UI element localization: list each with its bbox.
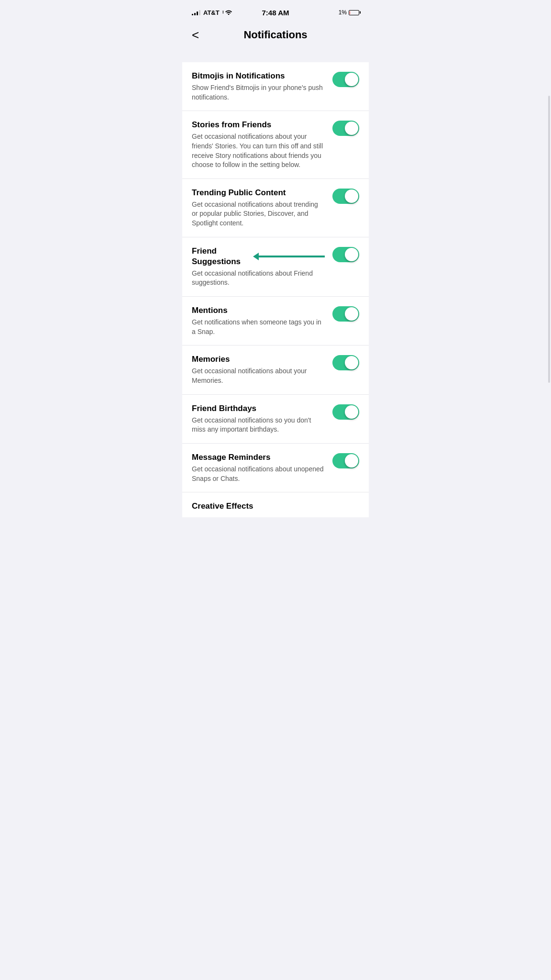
item-title-memories: Memories (192, 354, 325, 365)
toggle-memories[interactable] (332, 355, 359, 370)
toggle-stories[interactable] (332, 121, 359, 136)
item-content-mentions: Mentions Get notifications when someone … (192, 305, 325, 336)
toggle-bitmojis[interactable] (332, 72, 359, 87)
item-title-trending: Trending Public Content (192, 188, 325, 198)
item-title-mentions: Mentions (192, 305, 325, 316)
item-content-trending: Trending Public Content Get occasional n… (192, 188, 325, 228)
status-left: AT&T ᵎ (192, 9, 232, 16)
item-content-message-reminders: Message Reminders Get occasional notific… (192, 452, 325, 483)
item-desc-message-reminders: Get occasional notifications about unope… (192, 465, 325, 483)
item-content-memories: Memories Get occasional notifications ab… (192, 354, 325, 385)
item-desc-memories: Get occasional notifications about your … (192, 367, 325, 385)
toggle-knob-friend-suggestions (345, 248, 358, 261)
toggle-knob-bitmojis (345, 73, 358, 86)
toggle-knob-message-reminders (345, 454, 358, 468)
toggle-knob-friend-birthdays (345, 405, 358, 419)
item-content-stories: Stories from Friends Get occasional noti… (192, 120, 325, 169)
item-content-friend-birthdays: Friend Birthdays Get occasional notifica… (192, 403, 325, 434)
item-desc-mentions: Get notifications when someone tags you … (192, 318, 325, 336)
item-title-message-reminders: Message Reminders (192, 452, 325, 463)
item-title-creative-effects: Creative Effects (192, 501, 359, 512)
toggle-friend-suggestions[interactable] (332, 247, 359, 262)
toggle-trending[interactable] (332, 189, 359, 204)
page-title: Notifications (243, 29, 307, 41)
status-time: 7:48 AM (262, 9, 289, 17)
status-right: 1% (339, 9, 359, 16)
list-item: Trending Public Content Get occasional n… (182, 179, 369, 237)
toggle-knob-mentions (345, 307, 358, 321)
arrow-annotation (258, 256, 325, 257)
item-content-bitmojis: Bitmojis in Notifications Show Friend's … (192, 71, 325, 102)
item-title-friend-suggestions: Friend Suggestions (192, 246, 325, 267)
item-title-friend-birthdays: Friend Birthdays (192, 403, 325, 414)
item-desc-bitmojis: Show Friend's Bitmojis in your phone's p… (192, 83, 325, 102)
toggle-friend-birthdays[interactable] (332, 404, 359, 420)
carrier-label: AT&T (203, 9, 220, 16)
battery-icon (349, 10, 359, 15)
settings-list: Bitmojis in Notifications Show Friend's … (182, 62, 369, 517)
list-item: Friend Suggestions Get occasional notifi… (182, 237, 369, 297)
item-desc-friend-suggestions: Get occasional notifications about Frien… (192, 269, 325, 288)
list-item: Memories Get occasional notifications ab… (182, 345, 369, 394)
toggle-knob-memories (345, 356, 358, 369)
back-button[interactable]: < (192, 27, 203, 43)
list-item: Bitmojis in Notifications Show Friend's … (182, 62, 369, 111)
arrow-line (258, 256, 325, 257)
item-title-bitmojis: Bitmojis in Notifications (192, 71, 325, 81)
item-desc-friend-birthdays: Get occasional notifications so you don'… (192, 416, 325, 434)
wifi-icon: ᵎ (222, 9, 233, 16)
header: < Notifications (182, 21, 369, 51)
item-desc-trending: Get occasional notifications about trend… (192, 200, 325, 228)
header-spacer (182, 51, 369, 62)
battery-percent: 1% (339, 9, 347, 16)
item-title-stories: Stories from Friends (192, 120, 325, 130)
toggle-knob-stories (345, 122, 358, 135)
list-item: Creative Effects (182, 492, 369, 517)
toggle-mentions[interactable] (332, 306, 359, 322)
status-bar: AT&T ᵎ 7:48 AM 1% (182, 0, 369, 21)
list-item: Stories from Friends Get occasional noti… (182, 111, 369, 178)
list-item: Mentions Get notifications when someone … (182, 297, 369, 345)
toggle-knob-trending (345, 189, 358, 203)
list-item: Friend Birthdays Get occasional notifica… (182, 395, 369, 444)
toggle-message-reminders[interactable] (332, 453, 359, 468)
list-item: Message Reminders Get occasional notific… (182, 444, 369, 492)
item-desc-stories: Get occasional notifications about your … (192, 132, 325, 169)
signal-icon (192, 10, 200, 15)
item-content-friend-suggestions: Friend Suggestions Get occasional notifi… (192, 246, 325, 288)
